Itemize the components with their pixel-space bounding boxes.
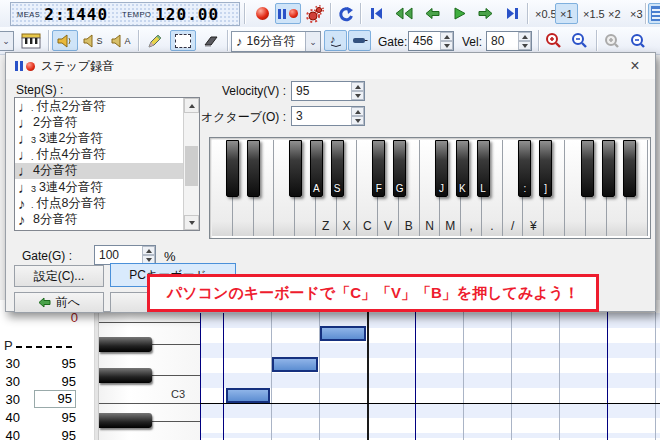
black-key[interactable] xyxy=(99,337,152,352)
go-end-button[interactable] xyxy=(500,3,524,24)
velocity-input[interactable]: 95 xyxy=(291,81,365,101)
note-length-combo[interactable]: ♪ 16分音符 ⌄ xyxy=(231,31,321,52)
zoom-out-h-button[interactable] xyxy=(568,30,592,51)
solo-audition-button[interactable]: S xyxy=(80,30,106,51)
gate-spinner[interactable] xyxy=(142,246,155,264)
step-record-button[interactable] xyxy=(275,3,301,24)
zoom-out-v-button[interactable] xyxy=(626,30,650,51)
step-label: Step(S) : xyxy=(16,83,63,97)
vel-spinner[interactable] xyxy=(518,32,531,50)
speaker-a-label: A xyxy=(124,36,130,46)
black-key-F[interactable]: F xyxy=(372,140,385,197)
record-button[interactable] xyxy=(251,3,273,24)
gate-input[interactable]: 456 xyxy=(408,31,454,51)
dialog-titlebar[interactable]: ステップ録音 xyxy=(6,53,655,79)
rewind-button[interactable] xyxy=(391,3,417,24)
octave-input[interactable]: 3 xyxy=(291,106,365,126)
black-key[interactable] xyxy=(99,368,152,383)
black-key-G[interactable]: G xyxy=(393,140,406,197)
eraser-tool-button[interactable] xyxy=(198,30,224,51)
all-audition-button[interactable]: A xyxy=(108,30,134,51)
step-list-item[interactable]: ♩4分音符 xyxy=(15,163,199,179)
octave-spinner[interactable] xyxy=(351,107,364,125)
zoom-x1[interactable]: ×1 xyxy=(555,3,578,24)
white-key-label: / xyxy=(503,219,523,233)
black-key[interactable] xyxy=(226,140,239,197)
piano-roll-keys[interactable]: C3 xyxy=(99,300,200,440)
scroll-down-icon[interactable] xyxy=(184,215,199,230)
black-key-label: L xyxy=(478,183,489,194)
zoom-out-icon xyxy=(571,32,589,50)
step-record-icon xyxy=(278,9,298,19)
black-key[interactable] xyxy=(247,140,260,197)
black-key-J[interactable]: J xyxy=(435,140,448,197)
black-key-L[interactable]: L xyxy=(477,140,490,197)
note-block[interactable] xyxy=(272,357,318,372)
scrollbar-thumb[interactable] xyxy=(185,146,198,186)
gate-spinner[interactable] xyxy=(440,32,453,50)
duration-bar-icon xyxy=(352,35,368,47)
event-row[interactable]: 3095 xyxy=(0,392,80,410)
step-list-item[interactable]: ♪.付点8分音符 xyxy=(15,195,199,211)
black-key-][interactable]: ] xyxy=(539,140,552,197)
event-gate-value: 30 xyxy=(0,374,20,389)
note-bar-tool-button[interactable] xyxy=(348,30,371,51)
black-key[interactable] xyxy=(581,140,594,197)
step-item-label: 付点8分音符 xyxy=(37,195,106,212)
play-button[interactable] xyxy=(447,3,471,24)
black-key[interactable] xyxy=(602,140,615,197)
gate-unit: % xyxy=(164,249,176,264)
vel-label: Vel: xyxy=(462,35,482,49)
event-gate-value: 40 xyxy=(0,428,20,440)
tie-tool-button[interactable]: ♪ xyxy=(324,30,347,51)
black-key-:[interactable]: : xyxy=(518,140,531,197)
speaker-s-label: S xyxy=(96,36,102,46)
step-list-item[interactable]: ♩33連4分音符 xyxy=(15,179,199,195)
note-modifier: 3 xyxy=(31,135,36,145)
zoom-x2[interactable]: ×2 xyxy=(603,3,626,24)
black-key[interactable] xyxy=(99,413,152,428)
onscreen-keyboard-button[interactable] xyxy=(17,30,45,51)
velocity-label: Velocity(V) : xyxy=(166,84,286,98)
event-gate-value: 30 xyxy=(0,392,20,407)
zoom-out-vertical-icon xyxy=(629,32,647,50)
event-row[interactable]: 3095 xyxy=(0,356,80,374)
track-combo-partial[interactable]: ⌄ xyxy=(0,31,14,51)
transport-toolbar: MEAS 2:1440 TEMPO 120.00 xyxy=(0,0,660,28)
black-key-S[interactable]: S xyxy=(331,140,344,197)
step-back-button[interactable] xyxy=(420,3,444,24)
velocity-input[interactable]: 80 xyxy=(486,31,532,51)
go-start-button[interactable] xyxy=(364,3,388,24)
audition-button[interactable] xyxy=(52,30,78,51)
close-icon[interactable]: × xyxy=(617,54,653,77)
dialog-title: ステップ録音 xyxy=(41,58,114,75)
select-tool-button[interactable] xyxy=(170,30,196,51)
velocity-spinner[interactable] xyxy=(351,82,364,100)
step-list-item[interactable]: ♩.付点4分音符 xyxy=(15,147,199,163)
settings-button[interactable]: 設定(C)... xyxy=(14,265,104,287)
event-list-toggle-button[interactable] xyxy=(648,3,660,24)
zoom-in-h-button[interactable] xyxy=(542,30,566,51)
black-key[interactable] xyxy=(289,140,302,197)
zoom-in-v-button[interactable] xyxy=(600,30,624,51)
gate-input[interactable]: 100 xyxy=(94,245,156,265)
black-key[interactable] xyxy=(623,140,636,197)
pencil-tool-button[interactable] xyxy=(142,30,168,51)
step-list-item[interactable]: ♪8分音符 xyxy=(15,211,199,227)
event-row[interactable]: 4095 xyxy=(0,410,80,428)
note-block[interactable] xyxy=(320,326,366,341)
prev-button[interactable]: 前へ xyxy=(14,292,104,313)
metronome-settings-button[interactable] xyxy=(303,3,327,24)
event-row[interactable]: 4095 xyxy=(0,428,80,440)
white-key-label: N xyxy=(420,219,440,233)
black-key-A[interactable]: A xyxy=(310,140,323,197)
step-list-item[interactable]: ♩33連2分音符 xyxy=(15,130,199,146)
black-key-K[interactable]: K xyxy=(456,140,469,197)
note-block[interactable] xyxy=(226,388,270,403)
piano-roll-grid[interactable] xyxy=(200,300,660,440)
event-list-panel: 0 P 30953095309540954095 xyxy=(0,300,95,440)
undo-button[interactable] xyxy=(334,3,358,24)
step-forward-button[interactable] xyxy=(473,3,497,24)
white-key-label: B xyxy=(399,219,419,233)
black-key-label: J xyxy=(436,183,447,194)
